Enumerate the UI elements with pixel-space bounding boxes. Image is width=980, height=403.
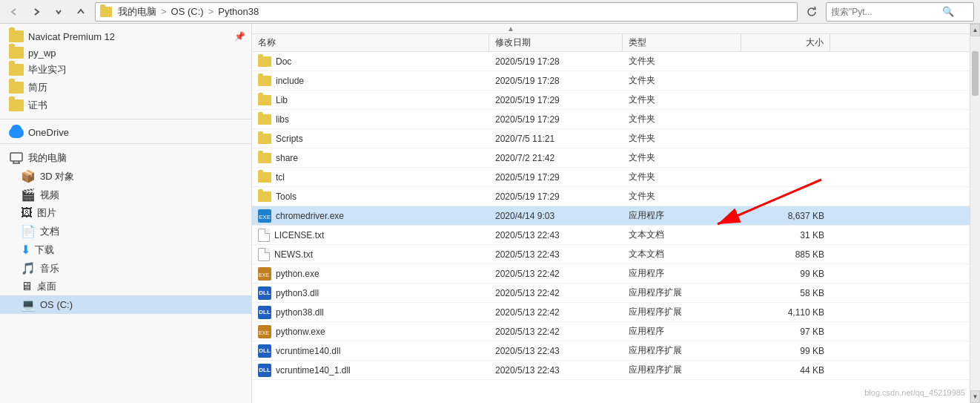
video-icon: 🎬	[21, 188, 36, 202]
col-header-name[interactable]: 名称	[252, 34, 489, 51]
file-date: 2020/5/19 17:29	[495, 114, 560, 125]
sidebar-onedrive[interactable]: OneDrive	[0, 122, 251, 140]
sidebar-item-music[interactable]: 🎵 音乐	[0, 259, 251, 278]
breadcrumb-sep-1: >	[161, 6, 167, 17]
sidebar-item-3d[interactable]: 📦 3D 对象	[0, 167, 251, 186]
sidebar-item-navicat[interactable]: Navicat Premium 12 📌	[0, 28, 251, 45]
file-type-col: 应用程序	[623, 322, 741, 341]
sidebar-mypc[interactable]: 我的电脑	[0, 147, 251, 167]
forward-button[interactable]	[28, 4, 44, 20]
file-row[interactable]: tcl 2020/5/19 17:29 文件夹	[252, 168, 970, 187]
file-row[interactable]: Scripts 2020/7/5 11:21 文件夹	[252, 129, 970, 148]
file-type: 文件夹	[629, 171, 655, 183]
file-date: 2020/5/19 17:29	[495, 191, 560, 202]
sidebar-item-video[interactable]: 🎬 视频	[0, 186, 251, 204]
file-date: 2020/5/13 22:43	[495, 230, 560, 240]
file-row[interactable]: NEWS.txt 2020/5/13 22:43 文本文档 885 KB	[252, 245, 970, 264]
file-date: 2020/7/5 11:21	[495, 134, 554, 144]
file-type-col: 文件夹	[623, 187, 741, 206]
desktop-icon: 🖥	[21, 280, 33, 293]
search-bar[interactable]: 🔍	[826, 2, 974, 22]
file-row[interactable]: share 2020/7/2 21:42 文件夹	[252, 148, 970, 168]
file-date: 2020/5/13 22:43	[495, 346, 560, 356]
file-size-col: 44 KB	[741, 361, 830, 379]
file-type: 文本文档	[629, 248, 664, 261]
sidebar-item-pic[interactable]: 🖼 图片	[0, 204, 251, 222]
file-name-col: NEWS.txt	[252, 245, 489, 263]
file-row[interactable]: DLL python38.dll 2020/5/13 22:42 应用程序扩展 …	[252, 303, 970, 322]
file-type-col: 应用程序扩展	[623, 341, 741, 360]
file-type-col: 文件夹	[623, 71, 741, 90]
download-icon: ⬇	[21, 243, 30, 257]
file-size-col	[741, 91, 830, 109]
file-row[interactable]: Lib 2020/5/19 17:29 文件夹	[252, 91, 970, 110]
dropdown-button[interactable]	[50, 4, 67, 20]
file-row[interactable]: EXE pythonw.exe 2020/5/13 22:42 应用程序 97 …	[252, 322, 970, 341]
file-type: 文件夹	[629, 55, 655, 68]
picture-icon: 🖼	[21, 206, 33, 220]
sidebar-item-pywp[interactable]: py_wp	[0, 45, 251, 61]
sidebar-item-download[interactable]: ⬇ 下载	[0, 240, 251, 259]
sidebar-item-doc[interactable]: 📄 文档	[0, 222, 251, 240]
file-name: vcruntime140.dll	[276, 346, 340, 356]
col-header-date[interactable]: 修改日期	[489, 34, 623, 51]
breadcrumb-sep-2: >	[208, 6, 214, 17]
refresh-button[interactable]	[804, 4, 820, 20]
back-button[interactable]	[6, 4, 22, 20]
file-size-col: 8,637 KB	[741, 206, 830, 225]
breadcrumb-osc[interactable]: OS (C:)	[171, 6, 204, 17]
sidebar-item-jianli[interactable]: 简历	[0, 79, 251, 96]
file-row[interactable]: Tools 2020/5/19 17:29 文件夹	[252, 187, 970, 206]
sidebar-item-zhengshu[interactable]: 证书	[0, 96, 251, 114]
file-row[interactable]: libs 2020/5/19 17:29 文件夹	[252, 110, 970, 129]
watermark: blog.csdn.net/qq_45219985	[864, 388, 965, 397]
file-row[interactable]: EXE python.exe 2020/5/13 22:42 应用程序 99 K…	[252, 264, 970, 284]
pin-icon: 📌	[234, 31, 245, 42]
main-area: Navicat Premium 12 📌 py_wp 毕业实习 简历	[0, 24, 980, 403]
file-name-col: EXE pythonw.exe	[252, 322, 489, 341]
file-type: 文件夹	[629, 190, 655, 203]
sidebar-item-desktop[interactable]: 🖥 桌面	[0, 278, 251, 295]
sidebar-divider-2	[0, 143, 251, 144]
up-button[interactable]	[73, 4, 89, 20]
svg-rect-0	[10, 153, 22, 161]
search-input[interactable]	[831, 7, 942, 17]
file-row[interactable]: DLL vcruntime140_1.dll 2020/5/13 22:43 应…	[252, 361, 970, 380]
file-size: 97 KB	[800, 327, 824, 337]
file-size-col	[741, 129, 830, 148]
3d-icon: 📦	[21, 169, 36, 183]
scroll-down-btn[interactable]: ▼	[970, 390, 980, 403]
sidebar-pinned-section: Navicat Premium 12 📌 py_wp 毕业实习 简历	[0, 27, 251, 116]
file-size: 4,110 KB	[788, 307, 824, 318]
sort-up-arrow: ▲	[507, 24, 514, 33]
file-date-col: 2020/5/13 22:43	[489, 361, 623, 379]
file-row[interactable]: DLL vcruntime140.dll 2020/5/13 22:43 应用程…	[252, 341, 970, 361]
file-name-col: share	[252, 148, 489, 167]
sidebar-item-biye[interactable]: 毕业实习	[0, 61, 251, 79]
file-row[interactable]: Doc 2020/5/19 17:28 文件夹	[252, 52, 970, 71]
breadcrumb-mypc[interactable]: 我的电脑	[118, 5, 156, 19]
file-date-col: 2020/5/19 17:29	[489, 168, 623, 186]
address-bar[interactable]: 我的电脑 > OS (C:) > Python38	[95, 2, 798, 22]
col-header-size[interactable]: 大小	[741, 34, 830, 51]
breadcrumb-python38[interactable]: Python38	[218, 6, 259, 17]
folder-icon	[9, 99, 24, 111]
file-name-col: EXE chromedriver.exe	[252, 206, 489, 225]
file-row[interactable]: include 2020/5/19 17:28 文件夹	[252, 71, 970, 91]
file-size-col	[741, 71, 830, 90]
file-row[interactable]: EXE chromedriver.exe 2020/4/14 9:03 应用程序…	[252, 206, 970, 226]
sidebar: Navicat Premium 12 📌 py_wp 毕业实习 简历	[0, 24, 252, 403]
scroll-thumb[interactable]	[972, 51, 979, 96]
file-date-col: 2020/7/2 21:42	[489, 148, 623, 167]
file-row[interactable]: DLL python3.dll 2020/5/13 22:42 应用程序扩展 5…	[252, 284, 970, 303]
scroll-up-btn[interactable]: ▲	[970, 24, 980, 36]
file-type: 应用程序扩展	[629, 344, 682, 357]
dll-icon: DLL	[258, 306, 271, 319]
file-date: 2020/5/13 22:42	[495, 288, 560, 298]
file-row[interactable]: LICENSE.txt 2020/5/13 22:43 文本文档 31 KB	[252, 226, 970, 245]
file-type: 应用程序	[629, 325, 664, 338]
col-header-type[interactable]: 类型	[623, 34, 741, 51]
right-scrollbar[interactable]: ▲ ▼	[970, 24, 980, 403]
file-type-col: 文件夹	[623, 110, 741, 128]
sidebar-item-osc[interactable]: 💻 OS (C:)	[0, 295, 251, 314]
